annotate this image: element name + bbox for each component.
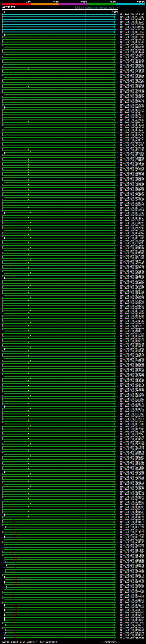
hit-bar[interactable] (2, 356, 114, 356)
hit-bar[interactable] (4, 77, 114, 78)
hit-bar[interactable] (4, 454, 114, 454)
hit-bar[interactable] (2, 242, 114, 244)
hit-bar[interactable] (2, 340, 114, 342)
hit-bar[interactable] (4, 529, 114, 530)
hit-bar[interactable] (4, 46, 114, 48)
hit-bar[interactable] (4, 182, 114, 183)
hit-bar[interactable] (4, 617, 114, 618)
hit-bar[interactable] (2, 404, 114, 404)
hit-bar[interactable] (2, 117, 114, 118)
hit-bar[interactable] (2, 622, 114, 623)
hit-bar[interactable] (2, 306, 114, 306)
hit-bar[interactable] (2, 476, 114, 477)
hit-bar[interactable] (2, 180, 114, 181)
hit-bar[interactable] (4, 230, 114, 231)
hit-bar[interactable] (2, 381, 114, 382)
hit-bar[interactable] (2, 36, 114, 38)
hit-bar[interactable] (2, 62, 114, 62)
hit-bar[interactable] (2, 459, 114, 460)
hit-bar[interactable] (2, 438, 114, 440)
hit-bar[interactable] (2, 388, 114, 389)
hit-bar[interactable] (2, 205, 114, 206)
hit-bar[interactable] (2, 100, 114, 100)
hit-bar[interactable] (4, 198, 114, 198)
hit-bar[interactable] (2, 102, 114, 103)
hit-bar[interactable] (2, 26, 114, 28)
hit-bar[interactable] (2, 210, 114, 211)
hit-bar[interactable] (2, 318, 114, 319)
hit-bar[interactable] (4, 590, 114, 590)
hit-bar[interactable] (4, 152, 114, 153)
hit-bar[interactable] (4, 424, 114, 424)
hit-bar[interactable] (2, 44, 114, 45)
hit-bar[interactable] (4, 330, 114, 332)
hit-bar[interactable] (2, 144, 114, 146)
hit-bar[interactable] (5, 579, 114, 580)
hit-bar[interactable] (4, 582, 114, 583)
hit-bar[interactable] (2, 120, 114, 120)
hit-bar[interactable] (2, 512, 114, 512)
hit-bar[interactable] (2, 218, 114, 218)
hit-bar[interactable] (2, 522, 114, 522)
hit-bar[interactable] (2, 215, 114, 216)
hit-bar[interactable] (2, 24, 114, 25)
hit-bar[interactable] (5, 562, 114, 563)
hit-bar[interactable] (4, 54, 114, 55)
hit-bar[interactable] (2, 202, 114, 203)
hit-bar[interactable] (2, 323, 114, 324)
hit-bar[interactable] (2, 288, 114, 289)
hit-bar[interactable] (2, 258, 114, 258)
hit-bar[interactable] (4, 499, 114, 500)
hit-bar[interactable] (2, 338, 114, 339)
hit-bar[interactable] (6, 630, 114, 630)
hit-bar[interactable] (2, 59, 114, 60)
hit-bar[interactable] (2, 383, 114, 384)
hit-bar[interactable] (2, 19, 114, 20)
hit-bar[interactable] (2, 260, 114, 261)
hit-bar[interactable] (2, 124, 114, 126)
hit-bar[interactable] (2, 130, 114, 130)
hit-bar[interactable] (2, 14, 114, 15)
hit-bar[interactable] (2, 363, 114, 364)
hit-bar[interactable] (2, 142, 114, 143)
hit-bar[interactable] (4, 547, 114, 548)
hit-bar[interactable] (2, 72, 114, 73)
hit-bar[interactable] (5, 534, 114, 535)
hit-bar[interactable] (2, 343, 114, 344)
hit-bar[interactable] (2, 67, 114, 68)
hit-bar[interactable] (2, 29, 114, 30)
hit-bar[interactable] (4, 637, 114, 638)
hit-bar[interactable] (4, 557, 114, 558)
hit-bar[interactable] (2, 524, 114, 525)
hit-bar[interactable] (4, 577, 114, 578)
hit-bar[interactable] (2, 147, 114, 148)
hit-bar[interactable] (2, 185, 114, 186)
hit-bar[interactable] (2, 192, 114, 193)
hit-bar[interactable] (4, 313, 114, 314)
hit-bar[interactable] (2, 481, 114, 482)
hit-bar[interactable] (2, 373, 114, 374)
hit-bar[interactable] (2, 351, 114, 352)
hit-bar[interactable] (2, 245, 114, 246)
hit-bar[interactable] (4, 406, 114, 407)
hit-bar[interactable] (2, 486, 114, 487)
hit-bar[interactable] (4, 34, 114, 35)
hit-bar[interactable] (2, 414, 114, 414)
hit-bar[interactable] (2, 110, 114, 110)
hit-bar[interactable] (4, 278, 114, 279)
hit-bar[interactable] (2, 368, 114, 369)
hit-bar[interactable] (2, 320, 114, 322)
hit-bar[interactable] (2, 300, 114, 301)
hit-bar[interactable] (2, 39, 114, 40)
hit-bar[interactable] (5, 607, 114, 608)
hit-bar[interactable] (2, 104, 114, 105)
hit-bar[interactable] (4, 296, 114, 296)
hit-bar[interactable] (2, 444, 114, 444)
hit-bar[interactable] (2, 597, 114, 598)
hit-bar[interactable] (2, 232, 114, 234)
hit-bar[interactable] (2, 253, 114, 254)
hit-bar[interactable] (2, 574, 114, 575)
hit-bar[interactable] (2, 248, 114, 248)
hit-bar[interactable] (2, 275, 114, 276)
hit-bar[interactable] (2, 479, 114, 480)
